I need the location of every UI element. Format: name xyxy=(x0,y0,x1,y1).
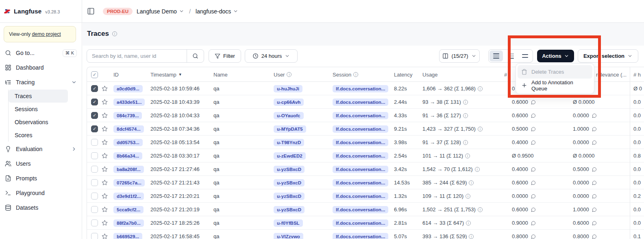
favorite-star-button[interactable] xyxy=(102,109,108,122)
time-range-button[interactable]: 24 hours xyxy=(245,49,298,63)
sidebar-item-observations[interactable]: Observations xyxy=(9,116,68,129)
comment-icon[interactable] xyxy=(592,167,597,172)
row-checkbox[interactable] xyxy=(91,233,98,239)
session-badge[interactable]: lf.docs.conversation... xyxy=(333,233,388,239)
trace-id-badge[interactable]: 8b66a34... xyxy=(113,152,142,160)
panel-left-icon[interactable] xyxy=(87,7,95,15)
comment-icon[interactable] xyxy=(592,113,597,118)
comment-icon[interactable] xyxy=(531,221,536,226)
comment-icon[interactable] xyxy=(531,113,536,118)
comment-icon[interactable] xyxy=(592,207,597,212)
favorite-star-button[interactable] xyxy=(102,95,108,109)
row-checkbox[interactable] xyxy=(91,166,98,173)
session-badge[interactable]: lf.docs.conversation... xyxy=(333,193,388,200)
session-badge[interactable]: lf.docs.conversation... xyxy=(333,99,388,106)
session-badge[interactable]: lf.docs.conversation... xyxy=(333,206,388,213)
favorite-star-button[interactable] xyxy=(102,216,108,230)
sidebar-item-evaluation[interactable]: Evaluation xyxy=(0,142,82,156)
session-badge[interactable]: lf.docs.conversation... xyxy=(333,219,388,227)
sidebar-item-sessions[interactable]: Sessions xyxy=(9,103,68,116)
row-checkbox[interactable] xyxy=(91,125,98,132)
comment-icon[interactable] xyxy=(531,194,536,199)
user-badge[interactable]: u-yzSBxcD xyxy=(274,179,305,186)
table-row[interactable]: a433de51... 2025-02-18 10:43:39 qa u-cp6… xyxy=(87,95,644,109)
demo-project-link[interactable]: demo project xyxy=(32,31,61,37)
user-badge[interactable]: u-cp66Avh xyxy=(274,99,304,106)
comment-icon[interactable] xyxy=(531,167,536,172)
favorite-star-button[interactable] xyxy=(102,230,108,239)
trace-id-badge[interactable]: 8dcf4574... xyxy=(113,125,144,133)
session-badge[interactable]: lf.docs.conversation... xyxy=(333,125,388,133)
trace-id-badge[interactable]: ba8a208f... xyxy=(113,166,144,173)
session-badge[interactable]: lf.docs.conversation... xyxy=(333,112,388,119)
row-checkbox[interactable] xyxy=(91,112,98,119)
trace-id-badge[interactable]: b669529... xyxy=(113,233,142,239)
row-checkbox[interactable] xyxy=(91,139,98,146)
export-selection-button[interactable]: Export selection xyxy=(578,49,638,63)
session-badge[interactable]: lf.docs.conversation... xyxy=(333,166,388,173)
favorite-star-button[interactable] xyxy=(102,176,108,189)
user-badge[interactable]: u-T98YnzD xyxy=(274,139,304,146)
menu-item-delete-traces[interactable]: Delete Traces xyxy=(518,65,592,79)
trace-id-badge[interactable]: dd05753... xyxy=(113,139,143,146)
user-badge[interactable]: u-zEwdED2 xyxy=(274,152,306,160)
session-badge[interactable]: lf.docs.conversation... xyxy=(333,85,388,92)
row-checkbox[interactable] xyxy=(91,219,98,226)
favorite-star-button[interactable] xyxy=(102,149,108,162)
table-row[interactable]: d3e9d1f2... 2025-02-17 21:20:21 qa u-yzS… xyxy=(87,189,644,203)
session-badge[interactable]: lf.docs.conversation... xyxy=(333,139,388,146)
trace-id-badge[interactable]: 88f2a7b0... xyxy=(113,219,144,227)
sidebar-item-prompts[interactable]: Prompts xyxy=(0,171,82,186)
favorite-star-button[interactable] xyxy=(102,122,108,136)
select-all-checkbox[interactable] xyxy=(91,71,98,78)
comment-icon[interactable] xyxy=(592,180,597,185)
table-row[interactable]: 8b66a34... 2025-02-18 03:30:17 qa u-zEwd… xyxy=(87,149,644,162)
table-row[interactable]: 084c739... 2025-02-18 10:04:33 qa u-OYau… xyxy=(87,109,644,122)
sidebar-item-traces[interactable]: Traces xyxy=(9,90,68,103)
table-row[interactable]: 88f2a7b0... 2025-02-17 18:25:26 qa u-f0Y… xyxy=(87,216,644,230)
user-badge[interactable]: u-yzSBxcD xyxy=(274,166,305,173)
trace-id-badge[interactable]: a0cd0d9... xyxy=(113,85,143,92)
comment-icon[interactable] xyxy=(531,127,536,132)
favorite-star-button[interactable] xyxy=(102,82,108,95)
filter-button[interactable]: Filter xyxy=(209,49,241,63)
row-checkbox[interactable] xyxy=(91,206,98,213)
actions-button[interactable]: Actions xyxy=(537,50,574,62)
user-badge[interactable]: u-yzSBxcD xyxy=(274,193,305,200)
row-checkbox[interactable] xyxy=(91,193,98,200)
row-checkbox[interactable] xyxy=(91,179,98,186)
sidebar-item-scores[interactable]: Scores xyxy=(9,129,68,142)
table-row[interactable]: 07265c7a... 2025-02-17 21:21:43 qa u-yzS… xyxy=(87,176,644,189)
row-checkbox[interactable] xyxy=(91,152,98,159)
search-submit-button[interactable] xyxy=(187,50,204,62)
trace-id-badge[interactable]: a433de51... xyxy=(113,99,145,106)
comment-icon[interactable] xyxy=(531,100,536,105)
favorite-star-button[interactable] xyxy=(102,203,108,216)
comment-icon[interactable] xyxy=(531,207,536,212)
search-input[interactable] xyxy=(87,50,187,62)
comment-icon[interactable] xyxy=(592,127,597,132)
session-badge[interactable]: lf.docs.conversation... xyxy=(333,179,388,186)
favorite-star-button[interactable] xyxy=(102,189,108,203)
header-timestamp[interactable]: Timestamp▼ xyxy=(150,67,182,82)
row-height-compact-button[interactable] xyxy=(490,50,503,61)
row-height-tall-button[interactable] xyxy=(518,50,532,61)
table-row[interactable]: 5cca9cf2... 2025-02-17 21:20:19 qa u-yzS… xyxy=(87,203,644,216)
comment-icon[interactable] xyxy=(592,194,597,199)
row-checkbox[interactable] xyxy=(91,99,98,105)
trace-id-badge[interactable]: 5cca9cf2... xyxy=(113,206,144,213)
sidebar-item-goto[interactable]: Go to... ⌘ K xyxy=(0,46,82,60)
row-height-medium-button[interactable] xyxy=(504,50,518,61)
user-badge[interactable]: u-huJhuJi xyxy=(274,85,302,92)
comment-icon[interactable] xyxy=(592,140,597,145)
menu-item-add-to-annotation-queue[interactable]: Add to Annotation Queue xyxy=(518,79,592,92)
trace-id-badge[interactable]: d3e9d1f2... xyxy=(113,193,144,200)
sidebar-item-playground[interactable]: Playground xyxy=(0,186,82,200)
favorite-star-button[interactable] xyxy=(102,136,108,149)
sidebar-item-tracing[interactable]: Tracing xyxy=(0,75,82,90)
user-badge[interactable]: u-f0YfBSL xyxy=(274,219,303,227)
project-switcher[interactable]: langfuse-docs xyxy=(196,8,238,15)
trace-id-badge[interactable]: 07265c7a... xyxy=(113,179,145,186)
trace-id-badge[interactable]: 084c739... xyxy=(113,112,142,119)
sidebar-item-datasets[interactable]: Datasets xyxy=(0,200,82,215)
